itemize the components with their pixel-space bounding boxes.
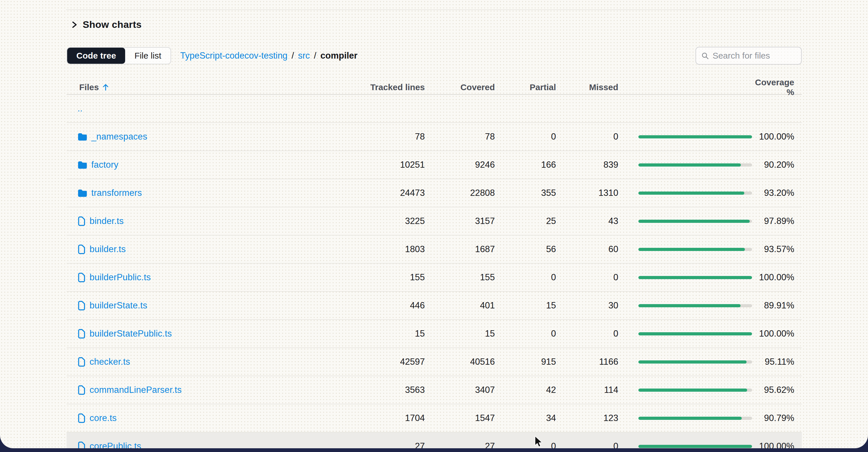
column-header-covered[interactable]: Covered — [425, 83, 495, 92]
table-row[interactable]: corePublic.ts 27 27 0 0 100.00% — [67, 432, 802, 448]
breadcrumb-repo-link[interactable]: TypeScript-codecov-testing — [180, 51, 288, 61]
table-row[interactable]: checker.ts 42597 40516 915 1166 95.11% — [67, 348, 802, 376]
file-link[interactable]: factory — [91, 160, 118, 170]
coverage-bar-track — [639, 332, 752, 335]
column-header-coverage[interactable]: Coverage % — [752, 78, 802, 97]
file-type-icon — [78, 133, 87, 141]
covered-value: 40516 — [425, 357, 495, 367]
partial-value: 56 — [495, 244, 556, 254]
coverage-bar-fill — [639, 304, 741, 307]
table-row[interactable]: factory 10251 9246 166 839 90.20% — [67, 151, 802, 179]
file-link[interactable]: corePublic.ts — [90, 441, 141, 448]
tracked-lines-value: 155 — [353, 272, 425, 282]
file-icon — [78, 413, 86, 423]
coverage-bar-fill — [639, 276, 752, 279]
breadcrumb-current: compiler — [320, 51, 358, 61]
table-row[interactable]: builder.ts 1803 1687 56 60 93.57% — [67, 236, 802, 264]
file-type-icon — [78, 216, 86, 226]
coverage-bar-track — [639, 304, 752, 307]
show-charts-label: Show charts — [83, 19, 142, 30]
file-icon — [78, 441, 86, 449]
file-type-icon — [78, 244, 86, 254]
covered-value: 3157 — [425, 216, 495, 226]
partial-value: 42 — [495, 385, 556, 395]
tracked-lines-value: 3563 — [353, 385, 425, 395]
file-link[interactable]: builderState.ts — [90, 300, 147, 311]
file-type-icon — [78, 385, 86, 395]
coverage-bar-cell — [618, 191, 752, 195]
file-link[interactable]: binder.ts — [90, 216, 124, 226]
file-type-icon — [78, 441, 86, 449]
partial-value: 25 — [495, 216, 556, 226]
file-link[interactable]: builder.ts — [90, 244, 126, 254]
coverage-percent-value: 100.00% — [752, 131, 802, 142]
table-row[interactable]: builderStatePublic.ts 15 15 0 0 100.00% — [67, 320, 802, 348]
coverage-bar-fill — [639, 248, 745, 251]
file-name-cell: core.ts — [67, 413, 353, 423]
tracked-lines-value: 3225 — [353, 216, 425, 226]
coverage-bar-fill — [639, 163, 741, 167]
missed-value: 839 — [556, 160, 618, 170]
mouse-cursor — [534, 435, 547, 448]
file-link[interactable]: transformers — [91, 188, 142, 198]
partial-value: 166 — [495, 160, 556, 170]
partial-value: 0 — [495, 441, 556, 448]
file-link[interactable]: core.ts — [90, 413, 117, 423]
coverage-bar-fill — [639, 332, 752, 335]
column-header-tracked[interactable]: Tracked lines — [353, 83, 425, 92]
file-link[interactable]: .. — [78, 103, 83, 114]
file-icon — [78, 244, 86, 254]
partial-value: 915 — [495, 357, 556, 367]
coverage-bar-fill — [639, 389, 747, 392]
missed-value: 123 — [556, 413, 618, 423]
table-row[interactable]: .. — [67, 95, 802, 123]
file-link[interactable]: commandLineParser.ts — [90, 385, 182, 395]
partial-value: 15 — [495, 300, 556, 311]
breadcrumb-src-link[interactable]: src — [298, 51, 310, 61]
coverage-percent-value: 90.20% — [752, 160, 802, 170]
table-row[interactable]: binder.ts 3225 3157 25 43 97.89% — [67, 207, 802, 236]
covered-value: 27 — [425, 441, 495, 448]
coverage-bar-fill — [639, 191, 744, 195]
file-name-cell: binder.ts — [67, 216, 353, 226]
table-row[interactable]: builderPublic.ts 155 155 0 0 100.00% — [67, 264, 802, 292]
coverage-bar-cell — [618, 276, 752, 279]
partial-value: 0 — [495, 272, 556, 282]
table-row[interactable]: transformers 24473 22808 355 1310 93.20% — [67, 179, 802, 207]
tab-file-list[interactable]: File list — [125, 48, 170, 64]
coverage-bar-cell — [618, 445, 752, 448]
coverage-bar-fill — [639, 360, 747, 364]
coverage-bar-fill — [639, 445, 752, 448]
folder-icon — [78, 133, 87, 141]
table-row[interactable]: _namespaces 78 78 0 0 100.00% — [67, 123, 802, 151]
file-link[interactable]: _namespaces — [91, 131, 147, 142]
tracked-lines-value: 1803 — [353, 244, 425, 254]
table-row[interactable]: builderState.ts 446 401 15 30 89.91% — [67, 292, 802, 320]
file-name-cell: builder.ts — [67, 244, 353, 254]
file-icon — [78, 329, 86, 339]
tracked-lines-value: 446 — [353, 300, 425, 311]
column-header-partial[interactable]: Partial — [495, 83, 556, 92]
coverage-bar-cell — [618, 389, 752, 392]
file-type-icon — [78, 357, 86, 367]
files-header-label: Files — [79, 83, 99, 92]
covered-value: 22808 — [425, 188, 495, 198]
search-box[interactable] — [695, 47, 802, 65]
column-header-files[interactable]: Files — [67, 83, 353, 92]
coverage-bar-cell — [618, 360, 752, 364]
coverage-percent-value: 90.79% — [752, 413, 802, 423]
show-charts-toggle[interactable]: Show charts — [71, 19, 142, 30]
missed-value: 0 — [556, 329, 618, 339]
missed-value: 0 — [556, 272, 618, 282]
table-row[interactable]: core.ts 1704 1547 34 123 90.79% — [67, 404, 802, 432]
file-type-icon — [78, 273, 86, 282]
search-input[interactable] — [712, 51, 796, 61]
file-link[interactable]: builderStatePublic.ts — [90, 329, 172, 339]
file-link[interactable]: checker.ts — [90, 357, 130, 367]
column-header-missed[interactable]: Missed — [556, 83, 618, 92]
covered-value: 401 — [425, 300, 495, 311]
table-row[interactable]: commandLineParser.ts 3563 3407 42 114 95… — [67, 376, 802, 404]
file-link[interactable]: builderPublic.ts — [90, 272, 151, 282]
folder-icon — [78, 189, 87, 197]
tab-code-tree[interactable]: Code tree — [67, 48, 125, 64]
